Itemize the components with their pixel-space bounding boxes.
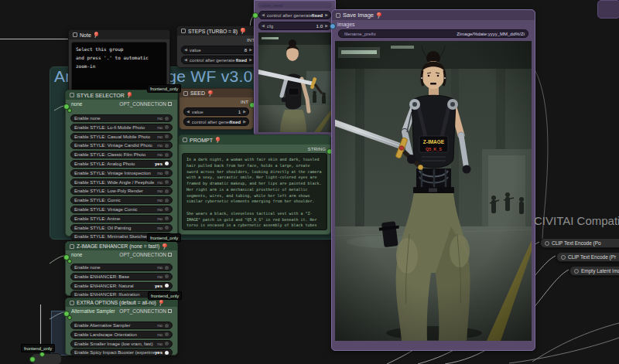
enhancer-node[interactable]: Z-IMAGE ENHANCER (none = fast!) none OPT… bbox=[65, 241, 178, 296]
offscreen-node[interactable] bbox=[597, 0, 619, 19]
toggle-row[interactable]: Enable STYLE: Comicno bbox=[70, 196, 173, 204]
toggle-row[interactable]: Enable noneno bbox=[70, 114, 173, 122]
toggle-row[interactable]: Enable STYLE: Casual Mobile Photono bbox=[70, 133, 173, 141]
prompt-node[interactable]: PROMPT STRING In a dark night, a woman w… bbox=[178, 134, 331, 235]
save-image-header[interactable]: Save Image bbox=[332, 10, 535, 20]
note-node-header[interactable]: Note bbox=[69, 30, 169, 39]
collapse-icon[interactable] bbox=[183, 91, 188, 96]
sampler-node[interactable]: noise_seed ◀ control after generate fixe… bbox=[254, 0, 336, 137]
toggle-row[interactable]: Enable STYLE: Lo-fi Mobile Photono bbox=[70, 124, 173, 131]
toggle-row[interactable]: Enable Smaller Image (low vram, fast)no bbox=[70, 340, 173, 348]
input-label: none bbox=[71, 252, 82, 257]
decrement-arrow[interactable]: ◀ bbox=[184, 58, 187, 62]
toggle-row[interactable]: Enable STYLE: Vintage Comicno bbox=[70, 206, 173, 213]
sampler-control-widget[interactable]: ◀ control after generate fixed ▶ bbox=[258, 11, 331, 19]
seed-value-widget[interactable]: ◀ value 1 ▶ bbox=[183, 107, 249, 116]
steps-node[interactable]: STEPS (TURBO = 8) INT ◀ value 8 ▶ ◀ cont… bbox=[176, 26, 260, 68]
toggle-row[interactable]: Enable STYLE: Classic Film Photono bbox=[70, 151, 173, 158]
decrement-arrow[interactable]: ◀ bbox=[262, 13, 265, 17]
toggle-row[interactable]: Enable Alternative Samplerno bbox=[70, 321, 173, 329]
seed-node-header[interactable]: SEED bbox=[180, 89, 253, 97]
collapse-dot-icon[interactable] bbox=[574, 269, 579, 274]
increment-arrow[interactable]: ▶ bbox=[243, 120, 246, 124]
style-selector-input-row[interactable]: none OPT_CONNECTION bbox=[66, 100, 177, 108]
increment-arrow[interactable]: ▶ bbox=[243, 110, 246, 114]
noise-seed-widget[interactable]: noise_seed bbox=[258, 2, 332, 9]
civitai-group-title[interactable]: CIVITAI Compatibility bbox=[534, 214, 619, 227]
toggle-row[interactable]: Enable STYLE: Analog Photoyes bbox=[70, 160, 173, 168]
seed-node[interactable]: SEED INT ◀ value 1 ▶ ◀ control after gen… bbox=[179, 88, 254, 130]
output-port[interactable] bbox=[29, 356, 36, 362]
pushpin-icon bbox=[376, 12, 381, 19]
prompt-textarea[interactable]: In a dark night, a woman with fair skin … bbox=[182, 153, 327, 230]
seed-input-port[interactable] bbox=[252, 12, 258, 19]
save-image-title: Save Image bbox=[343, 12, 374, 19]
steps-control-widget[interactable]: ◀ control after generate fixed ▶ bbox=[181, 56, 255, 64]
collapse-dot-icon[interactable] bbox=[545, 241, 549, 246]
empty-latent-image-node[interactable]: Empty Latent Image bbox=[569, 266, 619, 276]
toggle-knob bbox=[165, 226, 169, 230]
toggle-row[interactable]: Enable STYLE: Wide Angle / Peepholeno bbox=[70, 179, 173, 186]
alternative-sampler-input-port[interactable] bbox=[63, 311, 70, 317]
increment-arrow[interactable]: ▶ bbox=[249, 58, 252, 62]
collapsed-source-node[interactable] bbox=[31, 353, 62, 364]
increment-arrow[interactable]: ▶ bbox=[325, 13, 328, 17]
workflow-canvas[interactable]: Amazing Z-Image WF v3.0 frontend_only No… bbox=[0, 0, 619, 364]
extra-options-title: EXTRA OPTIONS (default = all-no) bbox=[77, 300, 156, 305]
enhancer-header[interactable]: Z-IMAGE ENHANCER (none = fast!) bbox=[66, 242, 177, 250]
clip-text-encode-negative-node[interactable]: CLIP Text Encode (Pr bbox=[556, 252, 619, 262]
seed-control-widget[interactable]: ◀ control after generate fixed ▶ bbox=[183, 117, 249, 126]
toggle-row[interactable]: Enable Landscape Orientationno bbox=[70, 331, 173, 338]
toggle-row[interactable]: Enable STYLE: Low-Poly Renderno bbox=[70, 187, 173, 195]
toggle-knob bbox=[165, 351, 169, 355]
toggle-knob bbox=[165, 189, 169, 193]
collapse-icon[interactable] bbox=[183, 138, 187, 142]
prompt-node-header[interactable]: PROMPT bbox=[179, 135, 330, 145]
toggle-knob bbox=[165, 117, 169, 121]
none-input-port[interactable] bbox=[63, 104, 70, 110]
output-port[interactable] bbox=[39, 352, 45, 357]
increment-arrow[interactable]: ▶ bbox=[249, 48, 252, 52]
mini-preview-image bbox=[258, 32, 331, 132]
extra-options-input-row[interactable]: Alternative Sampler OPT_CONNECTION bbox=[66, 307, 177, 315]
toggle-knob bbox=[165, 125, 169, 129]
decrement-arrow[interactable]: ◀ bbox=[186, 110, 190, 114]
collapse-icon[interactable] bbox=[70, 93, 74, 97]
increment-arrow[interactable]: ▶ bbox=[325, 24, 328, 28]
collapse-icon[interactable] bbox=[73, 32, 77, 37]
save-image-node[interactable]: Save Image images filename_prefix Zimage… bbox=[331, 9, 535, 351]
collapse-icon[interactable] bbox=[181, 29, 186, 33]
images-input-row[interactable]: images bbox=[332, 20, 535, 28]
decrement-arrow[interactable]: ◀ bbox=[262, 24, 265, 28]
images-input-port[interactable] bbox=[330, 23, 336, 29]
collapse-icon[interactable] bbox=[336, 13, 340, 18]
collapse-icon[interactable] bbox=[70, 244, 74, 249]
toggle-row[interactable]: Enable STYLE: Vintage Introspectionno bbox=[70, 169, 173, 177]
seed-title: SEED bbox=[190, 90, 205, 96]
toggle-knob bbox=[165, 207, 169, 211]
enhancer-input-row[interactable]: none OPT_CONNECTION bbox=[66, 250, 177, 258]
toggle-row[interactable]: Enable ENHANCER: Naturalyes bbox=[70, 282, 173, 290]
style-selector-title: STYLE SELECTOR bbox=[77, 93, 125, 98]
toggle-row[interactable]: Enable ENHANCER: Baseno bbox=[70, 273, 173, 281]
decrement-arrow[interactable]: ◀ bbox=[186, 120, 190, 124]
toggle-knob bbox=[165, 153, 169, 157]
none-input-port[interactable] bbox=[63, 254, 70, 260]
collapse-icon[interactable] bbox=[70, 301, 74, 305]
toggle-row[interactable]: Enable STYLE: Animeno bbox=[70, 215, 173, 223]
extra-options-node[interactable]: EXTRA OPTIONS (default = all-no) Alterna… bbox=[65, 298, 178, 355]
steps-node-header[interactable]: STEPS (TURBO = 8) bbox=[177, 26, 259, 36]
toggle-row[interactable]: Enable STYLE: Oil Paintingno bbox=[70, 224, 173, 232]
toggle-row[interactable]: Enable Spicy Impact Booster (experimenta… bbox=[70, 349, 173, 356]
toggle-row[interactable]: Enable STYLE: Vintage Candid Photono bbox=[70, 141, 173, 149]
collapse-dot-icon[interactable] bbox=[561, 255, 566, 260]
cfg-widget[interactable]: ◀ cfg 1.0 ▶ bbox=[258, 22, 331, 30]
decrement-arrow[interactable]: ◀ bbox=[184, 48, 187, 52]
clip-text-encode-positive-node[interactable]: CLIP Text Encode (Po bbox=[540, 238, 619, 248]
filename-prefix-widget[interactable]: filename_prefix Zimage/%date:yyyy_MM_dd%… bbox=[338, 29, 528, 38]
style-selector-node[interactable]: STYLE SELECTOR none OPT_CONNECTION Enabl… bbox=[65, 90, 178, 236]
toggle-knob bbox=[165, 274, 169, 278]
toggle-row[interactable]: Enable noneno bbox=[70, 264, 173, 271]
pushpin-icon bbox=[207, 90, 213, 97]
steps-value-widget[interactable]: ◀ value 8 ▶ bbox=[181, 46, 255, 54]
